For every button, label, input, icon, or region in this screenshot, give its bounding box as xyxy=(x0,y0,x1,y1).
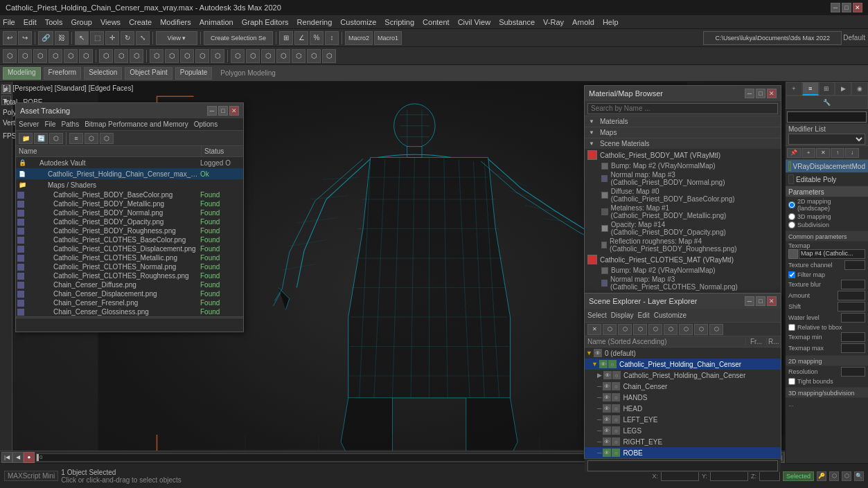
mapping-2d-radio[interactable]: 2D mapping (landscape) xyxy=(786,197,868,213)
visibility-icon[interactable]: 👁 xyxy=(599,360,608,368)
texture-channel-input[interactable]: 1 xyxy=(844,260,865,270)
list-item[interactable]: ─ 👁 ○ HEAD xyxy=(585,403,781,414)
mat-search-input[interactable] xyxy=(587,103,778,114)
list-item[interactable]: Catholic_Priest_BODY_Metallic.png Found xyxy=(16,199,243,208)
materials-section-header[interactable]: ▼ Materials xyxy=(585,116,781,127)
list-item[interactable]: Catholic_Priest_BODY_Opacity.png Found xyxy=(16,217,243,226)
tb2-btn17[interactable]: ⬡ xyxy=(261,49,275,63)
object-name-field[interactable]: ROBE xyxy=(787,111,867,123)
select-region-btn[interactable]: ⬚ xyxy=(90,31,104,45)
list-item[interactable]: Opacity: Map #14 (Catholic_Priest_BODY_O… xyxy=(585,220,781,237)
subdivision-radio[interactable]: Subdivision xyxy=(786,221,868,229)
filter-map-row[interactable]: Filter map xyxy=(786,271,868,279)
asset-restore-btn[interactable]: □ xyxy=(218,106,228,116)
mat-browser-titlebar[interactable]: Material/Map Browser ─ □ ✕ xyxy=(585,86,781,101)
angle-snap-btn[interactable]: ∠ xyxy=(294,31,308,45)
col-status-header[interactable]: Status xyxy=(202,146,243,156)
status-icon-2[interactable]: ⬡ xyxy=(829,471,839,481)
move-btn[interactable]: ✛ xyxy=(105,31,119,45)
list-item[interactable]: Normal map: Map #3 (Catholic_Priest_BODY… xyxy=(585,170,781,187)
list-item[interactable]: Catholic_Priest_BODY_BaseColor.png Found xyxy=(16,190,243,199)
timeline-record-btn[interactable]: ● xyxy=(24,452,35,463)
tb2-btn15[interactable]: ⬡ xyxy=(231,49,245,63)
list-item[interactable]: ▼ 👁 ○ Catholic_Priest_Holding_Chain_Cens… xyxy=(585,359,781,370)
asset-tb5[interactable]: ⬡ xyxy=(85,133,98,144)
asset-menu-server[interactable]: Server xyxy=(19,120,39,128)
asset-window-titlebar[interactable]: Asset Tracking ─ □ ✕ xyxy=(16,103,243,118)
se-maximize-btn[interactable]: □ xyxy=(756,296,765,306)
se-icon-4[interactable]: ⬡ xyxy=(633,324,647,335)
menu-rendering[interactable]: Rendering xyxy=(297,18,333,26)
search-icon[interactable]: 🔍 xyxy=(854,471,864,481)
scene-explorer-titlebar[interactable]: Scene Explorer - Layer Explorer ─ □ ✕ xyxy=(585,293,781,309)
asset-tb2[interactable]: 🔄 xyxy=(34,133,48,144)
visibility-icon[interactable]: 👁 xyxy=(603,415,611,424)
texture-blur-input[interactable]: 0,001 xyxy=(841,280,865,289)
se-icon-3[interactable]: ⬡ xyxy=(618,324,632,335)
tb2-btn13[interactable]: ⬡ xyxy=(195,49,209,63)
list-item[interactable]: Catholic_Priest_BODY_Normal.png Found xyxy=(16,208,243,217)
asset-search-bar[interactable] xyxy=(16,316,243,332)
se-minimize-btn[interactable]: ─ xyxy=(745,296,754,306)
visibility-icon[interactable]: 👁 xyxy=(603,437,611,446)
render-icon[interactable]: ○ xyxy=(612,382,620,390)
display-tab[interactable]: ◉ xyxy=(851,82,868,96)
render-icon[interactable]: ○ xyxy=(612,426,620,435)
tb2-btn11[interactable]: ⬡ xyxy=(165,49,179,63)
list-item[interactable]: ─ 👁 ○ LEGS xyxy=(585,425,781,436)
timeline-prev-btn[interactable]: ◀ xyxy=(12,452,24,463)
hierarchy-tab[interactable]: ⊞ xyxy=(819,82,835,96)
menu-vray[interactable]: V-Ray xyxy=(543,18,564,26)
render-icon[interactable]: ○ xyxy=(612,393,620,401)
maximize-btn[interactable]: □ xyxy=(842,3,851,12)
render-icon[interactable]: ○ xyxy=(612,449,620,457)
y-input[interactable]: -1476,896 xyxy=(710,471,748,481)
list-item[interactable]: Catholic_Priest_BODY_Roughness.png Found xyxy=(16,226,243,235)
menu-edit[interactable]: Edit xyxy=(24,18,37,26)
menu-views[interactable]: Views xyxy=(100,18,121,26)
se-icon-6[interactable]: ⬡ xyxy=(664,324,677,335)
tb2-btn18[interactable]: ⬡ xyxy=(276,49,290,63)
subdivision-input[interactable] xyxy=(788,222,795,228)
se-menu-display[interactable]: Display xyxy=(611,311,634,319)
list-item[interactable]: 📄 Catholic_Priest_Holding_Chain_Censer_m… xyxy=(16,168,243,179)
mat-search-bar[interactable] xyxy=(585,101,781,116)
list-item[interactable]: Metalness: Map #1 (Catholic_Priest_BODY_… xyxy=(585,204,781,220)
undo-btn[interactable]: ↩ xyxy=(3,31,17,45)
asset-minimize-btn[interactable]: ─ xyxy=(207,106,217,116)
list-item[interactable]: Catholic_Priest_CLOTHES_BaseColor.png Fo… xyxy=(16,235,243,244)
status-icon-3[interactable]: ⬡ xyxy=(842,471,851,481)
timeline-play-btn[interactable]: |◀ xyxy=(1,452,12,463)
modifier-item[interactable]: VRayDisplacementMod xyxy=(786,160,868,173)
create-tab[interactable]: + xyxy=(786,82,802,96)
menu-modifiers[interactable]: Modifiers xyxy=(160,18,191,26)
mat-close-btn[interactable]: ✕ xyxy=(767,89,777,98)
mod-stack-icon3[interactable]: ✕ xyxy=(816,148,830,158)
menu-civil-view[interactable]: Civil View xyxy=(458,18,490,26)
se-close-btn[interactable]: ✕ xyxy=(767,296,777,306)
rotate-btn[interactable]: ↻ xyxy=(121,31,134,45)
mapping-3d-radio[interactable]: 3D mapping xyxy=(786,213,868,221)
relative-bbox-row[interactable]: Relative to bbox xyxy=(786,323,868,332)
mod-stack-icon1[interactable]: 📌 xyxy=(787,148,801,158)
menu-graph-editors[interactable]: Graph Editors xyxy=(242,18,289,26)
visibility-icon[interactable]: 👁 xyxy=(603,404,611,413)
mod-stack-icon5[interactable]: ↓ xyxy=(845,148,859,158)
asset-menu-file[interactable]: File xyxy=(44,120,55,128)
tb2-btn4[interactable]: ⬡ xyxy=(48,49,62,63)
mod-stack-icon2[interactable]: + xyxy=(801,148,815,158)
list-item[interactable]: Chain_Censer_Displacement.png Found xyxy=(16,289,243,298)
tight-bounds-row[interactable]: Tight bounds xyxy=(786,377,868,386)
visibility-icon[interactable]: 👁 xyxy=(603,382,611,390)
selection-tab[interactable]: Selection xyxy=(84,67,122,80)
visibility-icon[interactable]: 👁 xyxy=(603,393,611,401)
z-input[interactable]: 2,5,0 xyxy=(759,471,780,481)
list-item[interactable]: Bump: Map #2 (VRayNormalMap) xyxy=(585,266,781,275)
list-item[interactable]: Bump: Map #2 (VRayNormalMap) xyxy=(585,161,781,170)
tb2-btn6[interactable]: ⬡ xyxy=(79,49,93,63)
visibility-icon[interactable]: 👁 xyxy=(594,349,602,357)
tb2-btn21[interactable]: ⬡ xyxy=(322,49,336,63)
modeling-tab[interactable]: Modeling xyxy=(3,67,41,80)
close-btn[interactable]: ✕ xyxy=(853,3,862,12)
se-icon-9[interactable]: ⬡ xyxy=(709,324,723,335)
